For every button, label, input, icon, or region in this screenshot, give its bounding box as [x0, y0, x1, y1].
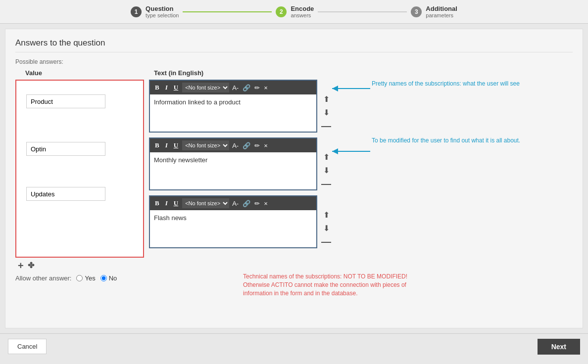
remove-btn-2[interactable]: — [321, 236, 331, 247]
step-3-text: Additional parameters [426, 5, 457, 18]
section-title: Answers to the question [15, 38, 573, 52]
row-actions-2: ⬆ ⬇ — [321, 195, 331, 247]
step-1-name: Question [146, 5, 179, 12]
wizard-line-2 [318, 11, 407, 12]
wizard-step-2: 2 Encode answers [276, 5, 314, 18]
value-input-0[interactable] [26, 94, 105, 108]
step-1-sub: type selection [146, 12, 179, 18]
toolbar-0: B I U <No font size> A- 🔗 ✏ × [150, 81, 316, 94]
col-header-text: Text (in English) [149, 69, 203, 77]
color-icon-2: A- [231, 200, 240, 207]
answers-container: B I U <No font size> A- 🔗 ✏ × Informatio… [15, 80, 573, 258]
move-up-btn-2[interactable]: ⬆ [322, 209, 331, 221]
remove-btn-0[interactable]: — [321, 120, 331, 132]
value-item-1 [21, 117, 138, 165]
underline-btn-1[interactable]: U [172, 141, 180, 150]
step-1-circle: 1 [131, 6, 142, 17]
editor-1: B I U <No font size> A- 🔗 ✏ × Monthly ne… [149, 137, 317, 190]
link-icon-2[interactable]: 🔗 [242, 200, 251, 207]
next-button[interactable]: Next [538, 339, 580, 355]
step-2-circle: 2 [276, 6, 287, 17]
editor-content-1[interactable]: Monthly newsletter [150, 152, 316, 189]
wizard-header: 1 Question type selection 2 Encode answe… [0, 0, 588, 24]
close-btn-1[interactable]: × [264, 142, 268, 149]
radio-yes-label[interactable]: Yes [76, 274, 95, 282]
step-3-name: Additional [426, 5, 457, 12]
pencil-icon-0[interactable]: ✏ [253, 84, 261, 91]
step-2-sub: answers [291, 12, 314, 18]
step-3-sub: parameters [426, 12, 457, 18]
color-icon-1: A- [231, 142, 240, 149]
value-input-1[interactable] [26, 142, 105, 156]
toolbar-1: B I U <No font size> A- 🔗 ✏ × [150, 138, 316, 152]
step-3-circle: 3 [411, 6, 422, 17]
move-down-btn-2[interactable]: ⬇ [322, 223, 331, 234]
close-btn-0[interactable]: × [264, 84, 268, 91]
editor-2: B I U <No font size> A- 🔗 ✏ × Flash news [149, 195, 317, 248]
link-icon-1[interactable]: 🔗 [242, 142, 251, 149]
bold-btn-1[interactable]: B [153, 141, 161, 150]
italic-btn-0[interactable]: I [163, 83, 170, 92]
step-2-text: Encode answers [291, 5, 314, 18]
text-row-1: B I U <No font size> A- 🔗 ✏ × Monthly ne… [149, 137, 573, 190]
step-2-name: Encode [291, 5, 314, 12]
value-item-0 [21, 86, 138, 117]
editor-0: B I U <No font size> A- 🔗 ✏ × Informatio… [149, 80, 317, 133]
editor-content-0[interactable]: Information linked to a product [150, 94, 316, 132]
italic-btn-1[interactable]: I [163, 141, 170, 150]
bold-btn-0[interactable]: B [153, 83, 161, 92]
callout-blue-2: To be modified for the user to find out … [372, 136, 550, 145]
pencil-icon-1[interactable]: ✏ [253, 142, 261, 149]
move-up-btn-1[interactable]: ⬆ [322, 151, 331, 163]
add-answer-btn[interactable]: + [18, 261, 24, 271]
radio-no[interactable] [100, 275, 107, 281]
radio-yes[interactable] [76, 275, 83, 281]
pencil-icon-2[interactable]: ✏ [253, 200, 261, 207]
col-header-value: Value [15, 69, 149, 77]
step-1-text: Question type selection [146, 5, 179, 18]
value-input-2[interactable] [26, 187, 105, 201]
add-row: + ✤ [15, 258, 573, 271]
link-icon-0[interactable]: 🔗 [242, 84, 251, 91]
bottom-bar: Cancel Next [0, 333, 588, 359]
row-actions-1: ⬆ ⬇ — [321, 137, 331, 189]
add-multiple-btn[interactable]: ✤ [28, 262, 34, 270]
italic-btn-2[interactable]: I [163, 199, 170, 208]
value-column [15, 80, 144, 258]
font-size-select-0[interactable]: <No font size> [182, 83, 229, 92]
row-actions-0: ⬆ ⬇ — [321, 80, 331, 132]
toolbar-2: B I U <No font size> A- 🔗 ✏ × [150, 196, 316, 210]
wizard-step-1: 1 Question type selection [131, 5, 179, 18]
callout-blue-1: Pretty names of the subscriptions: what … [372, 80, 545, 88]
possible-answers-label: Possible answers: [15, 58, 573, 65]
color-icon-0: A- [231, 84, 240, 91]
underline-btn-0[interactable]: U [172, 83, 180, 92]
cancel-button[interactable]: Cancel [8, 339, 47, 354]
wizard-step-3: 3 Additional parameters [411, 5, 457, 18]
allow-other-label: Allow other answer: [15, 274, 71, 282]
radio-no-label[interactable]: No [100, 274, 117, 282]
font-size-select-1[interactable]: <No font size> [182, 140, 229, 150]
move-up-btn-0[interactable]: ⬆ [322, 93, 331, 105]
remove-btn-1[interactable]: — [321, 178, 331, 189]
callout-red: Technical names of the subscriptions: NO… [243, 273, 426, 297]
radio-yes-text: Yes [85, 274, 95, 282]
editor-content-2[interactable]: Flash news [150, 210, 316, 247]
bold-btn-2[interactable]: B [153, 199, 161, 208]
value-item-2 [21, 165, 138, 210]
close-btn-2[interactable]: × [264, 200, 268, 207]
text-column: B I U <No font size> A- 🔗 ✏ × Informatio… [149, 80, 573, 258]
underline-btn-2[interactable]: U [172, 199, 180, 208]
move-down-btn-1[interactable]: ⬇ [322, 165, 331, 176]
font-size-select-2[interactable]: <No font size> [182, 198, 229, 208]
column-headers: Value Text (in English) [15, 69, 573, 77]
main-content: Answers to the question Possible answers… [5, 29, 583, 328]
move-down-btn-0[interactable]: ⬇ [322, 107, 331, 118]
text-row-2: B I U <No font size> A- 🔗 ✏ × Flash news [149, 195, 573, 248]
radio-no-text: No [109, 274, 117, 282]
wizard-line-1 [183, 11, 272, 12]
